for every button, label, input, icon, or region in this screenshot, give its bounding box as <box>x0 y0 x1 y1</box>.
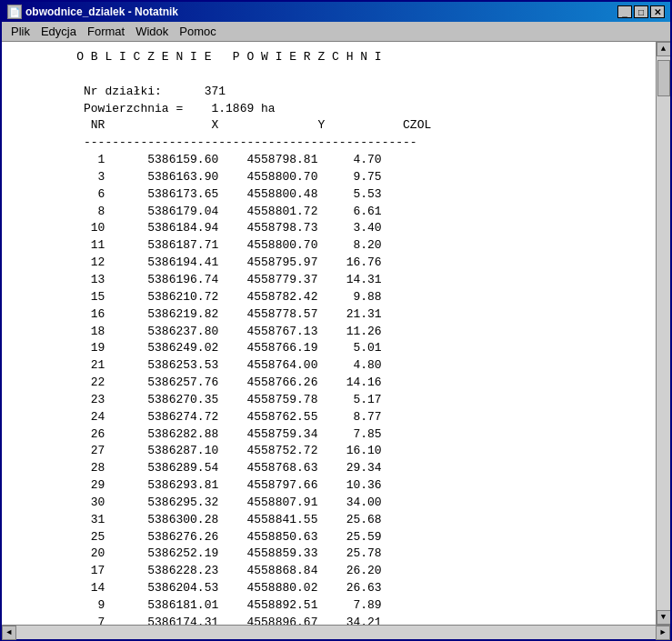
title-bar-left: 📄 obwodnice_dzialek - Notatnik <box>7 5 178 19</box>
scroll-h-track[interactable] <box>16 626 656 639</box>
menu-edycja[interactable]: Edycja <box>35 23 82 40</box>
menu-plik[interactable]: Plik <box>5 23 35 40</box>
scroll-down-button[interactable]: ▼ <box>657 610 671 625</box>
menu-bar: Plik Edycja Format Widok Pomoc <box>2 22 670 42</box>
menu-format[interactable]: Format <box>82 23 130 40</box>
content-area: O B L I C Z E N I E P O W I E R Z C H N … <box>2 42 670 625</box>
maximize-button[interactable]: □ <box>634 5 648 18</box>
minimize-button[interactable]: _ <box>617 5 632 18</box>
title-bar: 📄 obwodnice_dzialek - Notatnik _ □ ✕ <box>2 2 670 22</box>
window-title: obwodnice_dzialek - Notatnik <box>25 5 178 18</box>
window-icon: 📄 <box>7 5 22 19</box>
scroll-track[interactable] <box>657 56 670 610</box>
scroll-left-button[interactable]: ◄ <box>2 626 16 640</box>
title-buttons: _ □ ✕ <box>617 5 665 18</box>
menu-widok[interactable]: Widok <box>130 23 174 40</box>
main-window: 📄 obwodnice_dzialek - Notatnik _ □ ✕ Pli… <box>0 0 672 641</box>
horizontal-scrollbar[interactable]: ◄ ► <box>2 625 670 639</box>
vertical-scrollbar[interactable]: ▲ ▼ <box>656 42 670 625</box>
scroll-up-button[interactable]: ▲ <box>657 42 671 56</box>
menu-pomoc[interactable]: Pomoc <box>174 23 221 40</box>
scroll-right-button[interactable]: ► <box>656 626 670 640</box>
text-editor[interactable]: O B L I C Z E N I E P O W I E R Z C H N … <box>2 42 656 625</box>
close-button[interactable]: ✕ <box>650 5 665 18</box>
scroll-thumb[interactable] <box>657 60 670 96</box>
